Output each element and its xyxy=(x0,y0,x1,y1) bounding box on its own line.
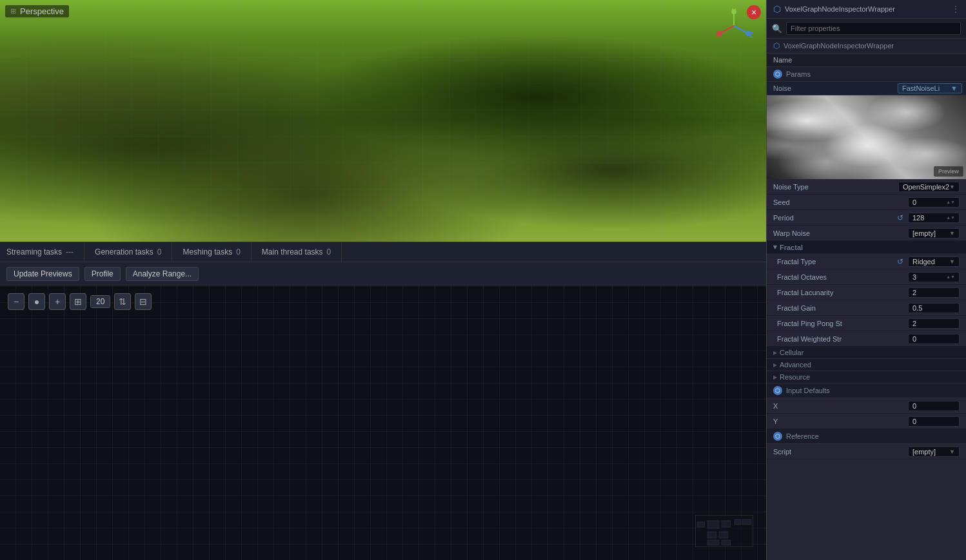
perspective-label: Perspective xyxy=(20,6,64,16)
period-refresh-icon[interactable]: ↺ xyxy=(897,213,903,222)
svg-rect-12 xyxy=(719,532,728,538)
zoom-in-button[interactable]: + xyxy=(49,293,66,310)
generation-count: 0 xyxy=(157,247,162,256)
noise-type-dropdown[interactable]: OpenSimplex2 ▼ xyxy=(898,182,960,192)
meshing-count: 0 xyxy=(236,247,241,256)
fractal-gain-value[interactable]: 0.5 xyxy=(908,303,960,313)
wrapper-icon: ⬡ xyxy=(773,41,780,50)
fractal-lacunarity-value[interactable]: 2 xyxy=(908,287,960,298)
reference-section: ⬡ Reference xyxy=(767,429,966,444)
script-row: Script [empty] ▼ xyxy=(767,444,966,459)
center-button[interactable]: ● xyxy=(28,293,45,310)
grid-options-button[interactable]: ⊞ xyxy=(70,293,86,310)
search-icon: 🔍 xyxy=(772,24,782,34)
params-section[interactable]: ⬡ Params xyxy=(767,67,966,82)
button-bar: Update Previews Profile Analyze Range... xyxy=(0,262,766,285)
update-previews-button[interactable]: Update Previews xyxy=(6,267,79,281)
node-editor: − ● + ⊞ 20 ⇅ ⊟ xyxy=(0,285,766,560)
streaming-label: Streaming tasks xyxy=(6,247,62,256)
streaming-count: --- xyxy=(66,247,74,256)
script-dropdown[interactable]: [empty] ▼ xyxy=(908,447,960,457)
input-defaults-icon: ⬡ xyxy=(773,386,782,395)
period-value[interactable]: 128 ▲▼ xyxy=(908,213,960,223)
preview-button[interactable]: Preview xyxy=(934,166,963,177)
svg-rect-7 xyxy=(707,521,719,528)
script-arrow: ▼ xyxy=(949,449,955,455)
inspector-icon: ⬡ xyxy=(773,4,781,14)
viewport-label: ⊞ Perspective xyxy=(5,5,69,17)
period-row: Period ↺ 128 ▲▼ xyxy=(767,210,966,226)
filter-input[interactable] xyxy=(786,22,961,35)
fractal-weighted-row: Fractal Weighted Str 0 xyxy=(767,331,966,347)
layers-button[interactable]: ⊟ xyxy=(135,293,152,310)
warp-noise-dropdown[interactable]: [empty] ▼ xyxy=(908,228,960,238)
meshing-label: Meshing tasks xyxy=(182,247,232,256)
rp-name-row: Name xyxy=(767,53,966,67)
resource-section[interactable]: Resource xyxy=(767,371,966,383)
main-thread-tasks: Main thread tasks 0 xyxy=(251,242,342,262)
node-toolbar: − ● + ⊞ 20 ⇅ ⊟ xyxy=(8,293,152,310)
seed-spinner[interactable]: ▲▼ xyxy=(946,200,955,204)
svg-rect-6 xyxy=(697,522,705,527)
warp-noise-row: Warp Noise [empty] ▼ xyxy=(767,226,966,241)
fractal-octaves-value[interactable]: 3 ▲▼ xyxy=(908,272,960,282)
y-default-value[interactable]: 0 xyxy=(908,416,960,427)
fractal-gain-row: Fractal Gain 0.5 xyxy=(767,300,966,316)
reference-icon: ⬡ xyxy=(773,432,782,441)
taskbar: Streaming tasks --- Generation tasks 0 M… xyxy=(0,242,766,262)
fractal-octaves-spinner[interactable]: ▲▼ xyxy=(946,275,955,279)
profile-button[interactable]: Profile xyxy=(84,267,121,281)
rp-settings-icon[interactable]: ⋮ xyxy=(952,5,960,14)
fractal-weighted-value[interactable]: 0 xyxy=(908,334,960,344)
fractal-pingpong-value[interactable]: 2 xyxy=(908,318,960,329)
rp-scroll-area[interactable]: ⬡ Params Noise FastNoiseLi ▼ Preview Noi… xyxy=(767,67,966,560)
seed-row: Seed 0 ▲▼ xyxy=(767,195,966,210)
arrange-button[interactable]: ⇅ xyxy=(114,293,131,310)
params-icon: ⬡ xyxy=(773,70,782,79)
left-panel: ⊞ Perspective Y X Z xyxy=(0,0,766,560)
x-default-row: X 0 xyxy=(767,398,966,414)
svg-rect-13 xyxy=(707,540,719,545)
connections-svg xyxy=(0,285,766,560)
generation-label: Generation tasks xyxy=(95,247,153,256)
rp-wrapper-label: ⬡ VoxelGraphNodeInspectorWrapper xyxy=(767,39,966,53)
rp-filter: 🔍 xyxy=(767,19,966,39)
noise-type-row: Noise Type OpenSimplex2 ▼ xyxy=(767,179,966,195)
viewport-close-button[interactable]: × xyxy=(747,5,761,19)
meshing-tasks: Meshing tasks 0 xyxy=(172,242,251,262)
main-thread-label: Main thread tasks xyxy=(262,247,323,256)
zoom-level: 20 xyxy=(90,295,110,308)
fractal-type-refresh-icon[interactable]: ↺ xyxy=(897,257,903,266)
fractal-collapse-icon: ▾ xyxy=(773,243,777,251)
zoom-out-button[interactable]: − xyxy=(8,293,25,310)
x-default-value[interactable]: 0 xyxy=(908,401,960,411)
fractal-pingpong-row: Fractal Ping Pong St 2 xyxy=(767,316,966,331)
y-axis-label: Y xyxy=(732,8,736,15)
z-axis-label: Z xyxy=(749,32,753,39)
fractal-type-arrow: ▼ xyxy=(949,258,955,265)
seed-value[interactable]: 0 ▲▼ xyxy=(908,197,960,208)
noise-value[interactable]: FastNoiseLi ▼ xyxy=(898,83,962,93)
grid-overlay xyxy=(0,0,766,242)
input-defaults-section: ⬡ Input Defaults xyxy=(767,383,966,398)
grid-icon: ⊞ xyxy=(10,7,16,15)
fractal-type-row: Fractal Type ↺ Ridged ▼ xyxy=(767,254,966,269)
period-spinner[interactable]: ▲▼ xyxy=(946,215,955,220)
svg-rect-8 xyxy=(722,521,731,527)
viewport: ⊞ Perspective Y X Z xyxy=(0,0,766,242)
advanced-section[interactable]: Advanced xyxy=(767,359,966,371)
fractal-type-dropdown[interactable]: Ridged ▼ xyxy=(908,256,960,267)
cellular-section[interactable]: Cellular xyxy=(767,347,966,359)
x-axis-label: X xyxy=(716,32,720,39)
warp-noise-arrow: ▼ xyxy=(949,230,955,237)
generation-tasks: Generation tasks 0 xyxy=(84,242,172,262)
svg-rect-10 xyxy=(742,519,751,525)
svg-rect-14 xyxy=(722,540,731,545)
node-grid: − ● + ⊞ 20 ⇅ ⊟ xyxy=(0,285,766,560)
fractal-section[interactable]: ▾ Fractal xyxy=(767,241,966,254)
svg-rect-9 xyxy=(734,519,741,525)
svg-rect-11 xyxy=(707,532,716,538)
analyze-range-button[interactable]: Analyze Range... xyxy=(126,267,199,281)
rp-title: VoxelGraphNodeInspectorWrapper xyxy=(785,5,895,13)
y-default-row: Y 0 xyxy=(767,414,966,429)
